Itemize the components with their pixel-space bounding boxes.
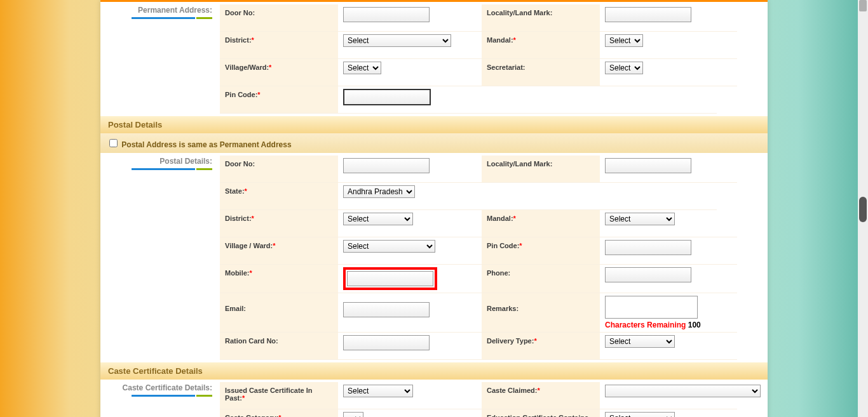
postal-district-label: District:: [225, 215, 252, 222]
district-label: District:: [225, 36, 252, 44]
scrollbar-thumb[interactable]: [859, 197, 867, 222]
ration-card-input[interactable]: [343, 335, 430, 350]
ration-card-label: Ration Card No:: [220, 333, 338, 360]
postal-locality-label: Locality/Land Mark:: [482, 156, 600, 183]
delivery-type-select[interactable]: Select: [605, 335, 675, 348]
postal-locality-input[interactable]: [605, 158, 691, 173]
postal-door-no-input[interactable]: [343, 158, 430, 173]
perm-mandal-select[interactable]: Select: [605, 34, 643, 47]
pincode-label: Pin Code:: [225, 91, 257, 98]
issued-past-label: Issued Caste Certificate In Past:: [225, 387, 313, 402]
postal-village-label: Village / Ward:: [225, 242, 273, 249]
postal-phone-label: Phone:: [482, 265, 600, 293]
postal-mobile-input[interactable]: [347, 271, 433, 286]
issued-past-select[interactable]: Select: [343, 385, 413, 397]
postal-remarks-label: Remarks:: [482, 293, 600, 333]
caste-details-header: Caste Certificate Details: [100, 362, 768, 380]
village-label: Village/Ward:: [225, 63, 269, 71]
postal-state-label: State:: [225, 187, 245, 195]
door-no-label: Door No:: [220, 4, 338, 32]
edu-cert-label: Education Certificate Contains Caste:: [487, 414, 588, 417]
postal-door-no-label: Door No:: [220, 156, 338, 183]
perm-village-select[interactable]: Select: [343, 62, 381, 74]
postal-email-label: Email:: [220, 293, 338, 333]
chars-remaining-label: Characters Remaining 100: [605, 321, 701, 329]
delivery-type-label: Delivery Type:: [487, 337, 534, 345]
scrollbar-track[interactable]: [858, 0, 868, 417]
caste-claimed-select[interactable]: [605, 385, 761, 397]
perm-door-no-input[interactable]: [343, 7, 430, 22]
locality-label: Locality/Land Mark:: [482, 4, 600, 32]
scrollbar-thumb-top[interactable]: [859, 0, 867, 11]
perm-district-select[interactable]: Select: [343, 34, 451, 47]
postal-email-input[interactable]: [343, 302, 430, 317]
caste-sidelabel: Caste Certificate Details:: [123, 383, 212, 392]
edu-cert-select[interactable]: Select: [605, 412, 675, 417]
postal-pincode-input[interactable]: [605, 240, 691, 255]
same-as-permanent-label: Postal Address is same as Permanent Addr…: [121, 140, 291, 149]
caste-category-label: Caste Category:: [225, 414, 278, 417]
same-as-permanent-checkbox[interactable]: [109, 139, 118, 147]
postal-mandal-label: Mandal:: [487, 215, 513, 222]
postal-village-select[interactable]: Select: [343, 240, 435, 253]
perm-secretariat-select[interactable]: Select: [605, 62, 643, 74]
perm-pincode-input[interactable]: [343, 89, 431, 105]
perm-locality-input[interactable]: [605, 7, 691, 22]
postal-district-select[interactable]: Select: [343, 213, 413, 225]
secretariat-label: Secretariat:: [482, 59, 600, 86]
postal-mandal-select[interactable]: Select: [605, 213, 675, 225]
caste-claimed-label: Caste Claimed:: [487, 387, 537, 394]
postal-pincode-label: Pin Code:: [487, 242, 519, 249]
mandal-label: Mandal:: [487, 36, 513, 44]
postal-phone-input[interactable]: [605, 267, 691, 282]
permanent-address-sidelabel: Permanent Address:: [138, 6, 212, 15]
postal-state-select[interactable]: Andhra Pradesh: [343, 185, 415, 198]
mobile-highlight-box: [343, 267, 437, 290]
postal-mobile-label: Mobile:: [225, 269, 250, 277]
postal-details-header: Postal Details: [100, 116, 768, 133]
postal-sidelabel: Postal Details:: [159, 157, 212, 166]
postal-remarks-textarea[interactable]: [605, 296, 698, 319]
caste-category-select[interactable]: [343, 412, 363, 417]
